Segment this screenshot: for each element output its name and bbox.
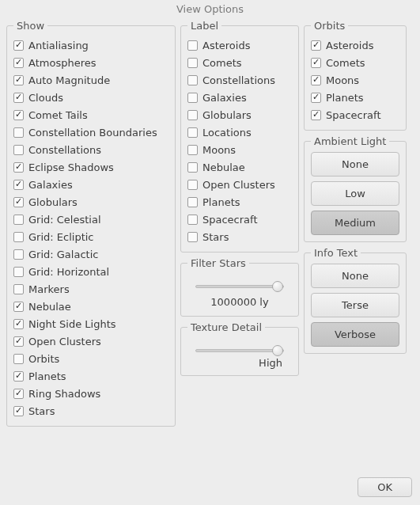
show-item-open-clusters[interactable]: Open Clusters: [13, 332, 168, 350]
show-item-eclipse-shadows[interactable]: Eclipse Shadows: [13, 158, 168, 176]
checkbox-icon[interactable]: [13, 319, 24, 329]
filter-stars-slider[interactable]: [195, 285, 284, 288]
show-item-label: Eclipse Shadows: [28, 161, 114, 173]
show-item-atmospheres[interactable]: Atmospheres: [13, 54, 168, 71]
show-item-grid-galactic[interactable]: Grid: Galactic: [13, 245, 168, 263]
checkbox-icon[interactable]: [13, 75, 24, 85]
label-item-galaxies[interactable]: Galaxies: [187, 89, 292, 106]
checkbox-icon[interactable]: [13, 389, 24, 399]
orbit-item-spacecraft[interactable]: Spacecraft: [311, 106, 399, 123]
label-item-locations[interactable]: Locations: [187, 123, 292, 141]
checkbox-icon[interactable]: [13, 354, 24, 364]
label-item-constellations[interactable]: Constellations: [187, 71, 292, 89]
texture-legend: Texture Detail: [187, 321, 265, 333]
label-item-planets[interactable]: Planets: [187, 193, 292, 211]
orbit-item-comets[interactable]: Comets: [311, 54, 399, 71]
show-item-globulars[interactable]: Globulars: [13, 193, 168, 211]
show-item-planets[interactable]: Planets: [13, 367, 168, 385]
show-item-night-side-lights[interactable]: Night Side Lights: [13, 315, 168, 332]
show-item-galaxies[interactable]: Galaxies: [13, 176, 168, 193]
checkbox-icon[interactable]: [187, 58, 198, 68]
show-item-constellations[interactable]: Constellations: [13, 141, 168, 158]
checkbox-icon[interactable]: [13, 267, 24, 277]
show-item-constellation-boundaries[interactable]: Constellation Boundaries: [13, 123, 168, 141]
checkbox-icon[interactable]: [187, 162, 198, 173]
texture-detail-thumb[interactable]: [272, 345, 283, 356]
info-legend: Info Text: [311, 247, 361, 259]
dialog-footer: OK: [0, 471, 420, 505]
filter-stars-group: Filter Stars 1000000 ly: [180, 257, 299, 317]
checkbox-icon[interactable]: [13, 249, 24, 260]
checkbox-icon[interactable]: [13, 197, 24, 207]
show-item-comet-tails[interactable]: Comet Tails: [13, 106, 168, 123]
show-item-orbits[interactable]: Orbits: [13, 350, 168, 367]
filter-stars-thumb[interactable]: [272, 281, 283, 292]
show-item-markers[interactable]: Markers: [13, 280, 168, 298]
checkbox-icon[interactable]: [13, 232, 24, 242]
orbit-item-planets[interactable]: Planets: [311, 89, 399, 106]
checkbox-icon[interactable]: [13, 284, 24, 294]
checkbox-icon[interactable]: [187, 110, 198, 120]
label-item-label: Globulars: [202, 109, 252, 121]
checkbox-icon[interactable]: [187, 215, 198, 225]
checkbox-icon[interactable]: [13, 180, 24, 190]
checkbox-icon[interactable]: [311, 93, 321, 103]
label-item-moons[interactable]: Moons: [187, 141, 292, 158]
label-item-globulars[interactable]: Globulars: [187, 106, 292, 123]
label-item-open-clusters[interactable]: Open Clusters: [187, 176, 292, 193]
checkbox-icon[interactable]: [13, 40, 24, 51]
checkbox-icon[interactable]: [187, 232, 198, 242]
checkbox-icon[interactable]: [187, 75, 198, 85]
checkbox-icon[interactable]: [13, 58, 24, 68]
ambient-low-button[interactable]: Low: [311, 181, 399, 206]
checkbox-icon[interactable]: [13, 215, 24, 225]
checkbox-icon[interactable]: [311, 58, 321, 68]
ok-button[interactable]: OK: [358, 477, 412, 497]
label-item-nebulae[interactable]: Nebulae: [187, 158, 292, 176]
checkbox-icon[interactable]: [311, 75, 321, 85]
checkbox-icon[interactable]: [187, 127, 198, 138]
info-none-button[interactable]: None: [311, 264, 399, 288]
show-item-auto-magnitude[interactable]: Auto Magnitude: [13, 71, 168, 89]
checkbox-icon[interactable]: [13, 110, 24, 120]
info-terse-button[interactable]: Terse: [311, 293, 399, 317]
info-verbose-button[interactable]: Verbose: [311, 322, 399, 347]
orbit-item-asteroids[interactable]: Asteroids: [311, 36, 399, 54]
show-item-label: Grid: Celestial: [28, 214, 101, 226]
orbit-item-moons[interactable]: Moons: [311, 71, 399, 89]
info-text-group: Info Text NoneTerseVerbose: [304, 247, 407, 354]
show-item-nebulae[interactable]: Nebulae: [13, 298, 168, 315]
checkbox-icon[interactable]: [13, 371, 24, 382]
show-item-label: Grid: Ecliptic: [28, 231, 94, 243]
checkbox-icon[interactable]: [187, 93, 198, 103]
checkbox-icon[interactable]: [187, 180, 198, 190]
checkbox-icon[interactable]: [13, 302, 24, 312]
show-item-clouds[interactable]: Clouds: [13, 89, 168, 106]
show-item-ring-shadows[interactable]: Ring Shadows: [13, 385, 168, 402]
checkbox-icon[interactable]: [13, 145, 24, 155]
show-item-stars[interactable]: Stars: [13, 402, 168, 420]
label-item-stars[interactable]: Stars: [187, 228, 292, 245]
show-item-antialiasing[interactable]: Antialiasing: [13, 36, 168, 54]
checkbox-icon[interactable]: [311, 110, 321, 120]
ambient-medium-button[interactable]: Medium: [311, 211, 399, 235]
checkbox-icon[interactable]: [187, 145, 198, 155]
label-item-spacecraft[interactable]: Spacecraft: [187, 211, 292, 228]
checkbox-icon[interactable]: [13, 93, 24, 103]
texture-detail-slider[interactable]: [195, 349, 284, 352]
checkbox-icon[interactable]: [13, 127, 24, 138]
checkbox-icon[interactable]: [13, 406, 24, 416]
checkbox-icon[interactable]: [187, 197, 198, 207]
label-item-comets[interactable]: Comets: [187, 54, 292, 71]
label-item-label: Galaxies: [202, 92, 247, 104]
checkbox-icon[interactable]: [13, 336, 24, 347]
checkbox-icon[interactable]: [13, 162, 24, 173]
show-item-label: Constellation Boundaries: [28, 127, 157, 139]
checkbox-icon[interactable]: [187, 40, 198, 51]
checkbox-icon[interactable]: [311, 40, 321, 51]
show-item-grid-celestial[interactable]: Grid: Celestial: [13, 211, 168, 228]
ambient-none-button[interactable]: None: [311, 152, 399, 177]
show-item-grid-horizontal[interactable]: Grid: Horizontal: [13, 263, 168, 280]
show-item-grid-ecliptic[interactable]: Grid: Ecliptic: [13, 228, 168, 245]
label-item-asteroids[interactable]: Asteroids: [187, 36, 292, 54]
